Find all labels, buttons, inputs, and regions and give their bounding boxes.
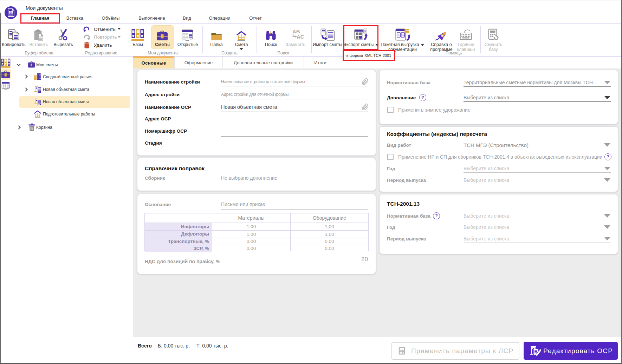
- svg-text:AC: AC: [297, 34, 304, 40]
